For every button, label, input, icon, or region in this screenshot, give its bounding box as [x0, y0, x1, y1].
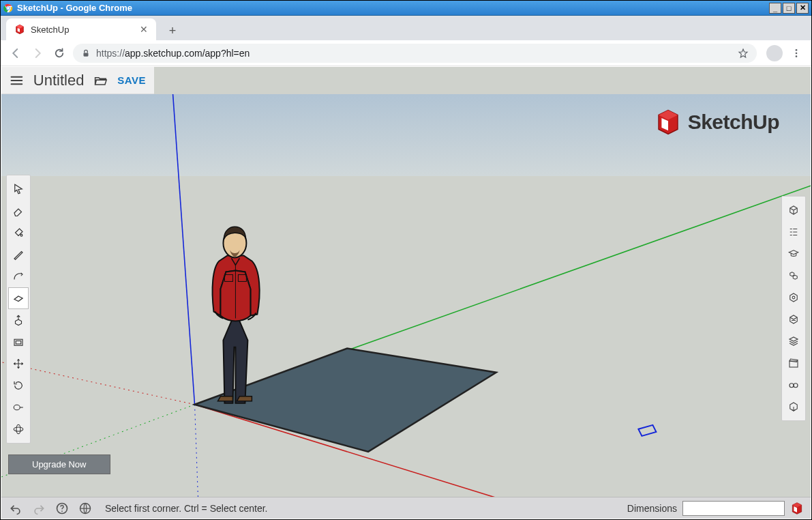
browser-menu-button[interactable] [788, 45, 805, 61]
3d-warehouse-panel[interactable] [783, 396, 804, 418]
address-bar[interactable]: https://app.sketchup.com/app?hl=en [73, 44, 757, 63]
open-folder-button[interactable] [93, 73, 108, 88]
move-tool[interactable] [8, 353, 29, 375]
dimensions-input[interactable] [682, 501, 785, 516]
components-icon [787, 270, 800, 282]
push-pull-tool[interactable] [8, 309, 29, 331]
orbit-tool[interactable] [8, 418, 29, 440]
line-tool[interactable] [8, 244, 29, 265]
bookmark-star-icon[interactable] [738, 48, 749, 59]
display-panel[interactable] [783, 374, 804, 396]
reload-icon [53, 47, 65, 59]
tab-close-icon[interactable]: ✕ [140, 24, 148, 35]
scale-figure-person[interactable] [213, 227, 260, 403]
os-window-title: SketchUp - Google Chrome [17, 3, 132, 13]
rotate-tool[interactable] [8, 375, 29, 396]
close-button[interactable]: ✕ [796, 3, 809, 14]
eraser-tool[interactable] [8, 200, 29, 222]
eraser-icon [12, 205, 25, 217]
layers-panel[interactable] [783, 330, 804, 352]
svg-point-22 [792, 296, 795, 299]
tape-measure-tool[interactable] [8, 396, 29, 418]
clapper-icon [787, 357, 800, 369]
url-text: https://app.sketchup.com/app?hl=en [96, 48, 250, 59]
entity-info-panel[interactable] [783, 199, 804, 221]
outliner-panel[interactable] [783, 221, 804, 243]
window-root: SketchUp - Google Chrome _ □ ✕ SketchUp … [0, 0, 812, 520]
upgrade-now-button[interactable]: Upgrade Now [8, 454, 110, 474]
menu-button[interactable] [10, 73, 24, 88]
forward-button[interactable] [29, 45, 46, 61]
help-icon [55, 502, 69, 515]
browser-tab-strip: SketchUp ✕ + [1, 16, 811, 40]
layers-icon [787, 335, 800, 347]
select-tool[interactable] [8, 178, 29, 200]
left-toolbar [6, 175, 31, 444]
move-icon [12, 358, 25, 370]
sketchup-statusbar-icon[interactable] [790, 502, 804, 515]
profile-avatar[interactable] [766, 45, 783, 61]
scene-canvas[interactable] [1, 94, 811, 497]
maximize-button[interactable]: □ [783, 3, 795, 14]
globe-icon [78, 502, 92, 515]
orbit-icon [12, 423, 25, 435]
instructor-panel[interactable] [783, 243, 804, 265]
browser-tab[interactable]: SketchUp ✕ [6, 18, 156, 40]
cursor-icon [12, 183, 25, 195]
svg-point-4 [796, 49, 798, 51]
svg-rect-18 [16, 341, 21, 345]
undo-button[interactable] [8, 501, 23, 516]
svg-point-27 [61, 510, 63, 512]
svg-point-19 [14, 405, 20, 410]
language-button[interactable] [78, 501, 93, 516]
os-titlebar: SketchUp - Google Chrome _ □ ✕ [1, 1, 811, 16]
rotate-icon [12, 379, 25, 392]
app-header: Untitled SAVE [1, 67, 154, 94]
browser-toolbar: https://app.sketchup.com/app?hl=en [1, 40, 811, 66]
dimensions-label: Dimensions [627, 503, 677, 514]
offset-icon [12, 336, 25, 348]
redo-icon [32, 502, 46, 515]
scenes-panel[interactable] [783, 352, 804, 374]
app-viewport[interactable]: Untitled SAVE SketchUp [1, 67, 811, 497]
document-title: Untitled [33, 72, 85, 89]
redo-button[interactable] [31, 501, 46, 516]
window-controls: _ □ ✕ [768, 3, 809, 14]
svg-point-24 [790, 384, 794, 388]
save-button[interactable]: SAVE [117, 74, 146, 86]
rectangle-icon [12, 292, 25, 304]
rectangle-cursor-icon [638, 425, 656, 436]
styles-icon [787, 313, 800, 326]
materials-icon [787, 291, 800, 304]
cube-info-icon [787, 204, 800, 216]
reload-button[interactable] [51, 45, 67, 61]
help-button[interactable] [55, 501, 70, 516]
right-panel-bar [781, 196, 806, 421]
materials-panel[interactable] [783, 287, 804, 308]
arc-tool[interactable] [8, 265, 29, 287]
svg-point-2 [7, 7, 10, 10]
browser-tab-title: SketchUp [31, 25, 69, 35]
outliner-icon [787, 226, 800, 238]
offset-tool[interactable] [8, 331, 29, 353]
warehouse-icon [787, 401, 800, 413]
minimize-button[interactable]: _ [769, 3, 781, 14]
styles-panel[interactable] [783, 308, 804, 330]
rectangle-tool[interactable] [8, 287, 29, 309]
paint-icon [12, 227, 25, 239]
back-button[interactable] [7, 45, 24, 61]
status-hint: Select first corner. Ctrl = Select cente… [105, 503, 268, 514]
status-bar: Select first corner. Ctrl = Select cente… [1, 497, 811, 519]
components-panel[interactable] [783, 265, 804, 287]
svg-line-12 [195, 405, 199, 497]
undo-icon [9, 502, 22, 515]
arc-icon [12, 270, 25, 283]
arrow-right-icon [31, 47, 44, 59]
new-tab-button[interactable]: + [163, 21, 182, 40]
svg-line-11 [173, 94, 195, 405]
kebab-icon [791, 48, 802, 59]
svg-point-5 [796, 52, 798, 54]
arrow-left-icon [10, 47, 22, 59]
svg-point-20 [14, 427, 23, 431]
paint-bucket-tool[interactable] [8, 222, 29, 244]
